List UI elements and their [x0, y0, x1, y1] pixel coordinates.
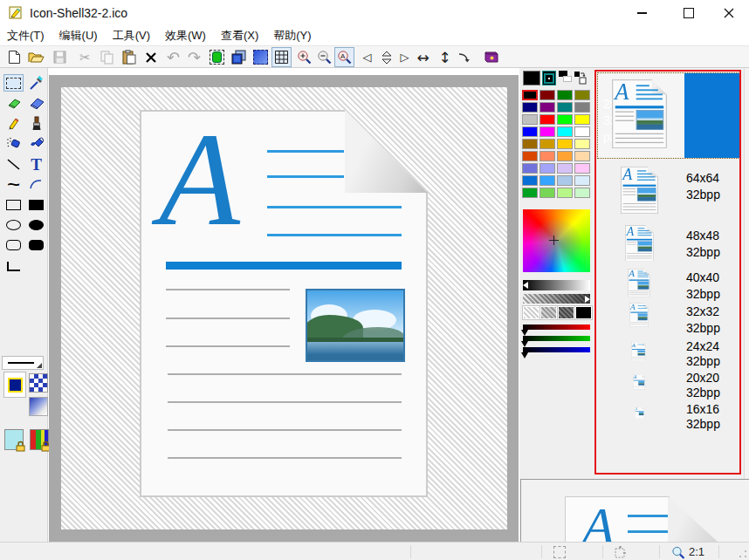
copy-button[interactable]: [97, 47, 117, 67]
select-tool[interactable]: [3, 74, 24, 92]
palette-color[interactable]: [539, 90, 555, 100]
palette-color[interactable]: [522, 151, 538, 161]
zoom-out-button[interactable]: [314, 47, 334, 67]
icon-thumbnail-64[interactable]: A: [621, 167, 658, 214]
delete-button[interactable]: [141, 47, 161, 67]
gradient-fill-button[interactable]: [29, 397, 48, 416]
icon-item-64-label[interactable]: 64x6432bpp: [686, 170, 720, 203]
help-button[interactable]: [481, 47, 501, 67]
ellipse-tool[interactable]: [3, 216, 24, 234]
menu-effects[interactable]: 效果(W): [158, 26, 214, 45]
open-file-button[interactable]: [26, 47, 46, 67]
icon-thumbnail-48[interactable]: A: [625, 225, 654, 262]
palette-color[interactable]: [539, 175, 555, 186]
icon-thumbnail-32[interactable]: A: [629, 303, 649, 327]
palette-color[interactable]: [574, 114, 590, 125]
rounded-rect-tool[interactable]: [3, 236, 24, 254]
menu-edit[interactable]: 编辑(U): [52, 26, 106, 45]
polyline-tool[interactable]: [3, 257, 24, 275]
palette-color[interactable]: [557, 90, 573, 100]
fill-tool[interactable]: [26, 134, 46, 152]
flip-horizontal-button[interactable]: ↔: [413, 47, 433, 67]
shift-left-button[interactable]: ◁: [357, 47, 377, 67]
lock-transparency-button[interactable]: [4, 429, 24, 450]
line-width-select[interactable]: [2, 356, 44, 370]
icon-item-48-label[interactable]: 48x4832bpp: [686, 228, 720, 261]
brush-tool[interactable]: [26, 114, 46, 132]
palette-color[interactable]: [522, 114, 538, 125]
flip-vertical-button[interactable]: [376, 47, 396, 67]
lock-colors-button[interactable]: [30, 429, 49, 450]
pencil-tool[interactable]: [3, 114, 24, 132]
cut-button[interactable]: ✂: [75, 47, 95, 67]
icon-item-20-label[interactable]: 20x2032bpp: [686, 371, 720, 400]
palette-color[interactable]: [557, 151, 573, 161]
stretch-vertical-button[interactable]: ↕: [435, 47, 455, 67]
alpha-preset-medium[interactable]: [540, 306, 557, 319]
menu-file[interactable]: 文件(T): [0, 26, 52, 45]
brightness-slider[interactable]: [523, 280, 590, 290]
filled-ellipse-tool[interactable]: [26, 216, 46, 234]
icon-thumbnail-40[interactable]: A: [628, 269, 650, 297]
airbrush-tool[interactable]: [3, 134, 24, 152]
alpha-preset-dark[interactable]: [558, 306, 574, 319]
palette-color[interactable]: [522, 102, 538, 113]
alpha-slider[interactable]: [523, 294, 590, 304]
select-all-button[interactable]: [251, 47, 271, 67]
new-file-button[interactable]: [4, 47, 24, 67]
icon-item-24-label[interactable]: 24x2432bpp: [686, 339, 720, 369]
text-tool[interactable]: T: [26, 155, 46, 173]
alpha-preset-light[interactable]: [523, 306, 539, 319]
color-picker-tool[interactable]: [26, 74, 46, 92]
palette-color[interactable]: [557, 114, 573, 125]
palette-color[interactable]: [539, 151, 555, 161]
resize-grip[interactable]: [739, 550, 746, 557]
current-color-swatch[interactable]: [3, 372, 26, 398]
rectangle-tool[interactable]: [3, 196, 24, 214]
maximize-button[interactable]: [669, 0, 709, 26]
icon-thumbnail-16[interactable]: A: [635, 406, 644, 419]
pattern-checker-button[interactable]: [29, 373, 48, 393]
palette-color[interactable]: [522, 188, 538, 198]
close-button[interactable]: [709, 0, 749, 26]
duplicate-image-button[interactable]: [229, 47, 249, 67]
palette-color[interactable]: [557, 139, 573, 149]
palette-color[interactable]: [574, 102, 590, 113]
palette-color[interactable]: [574, 126, 590, 137]
palette-color[interactable]: [557, 126, 573, 137]
icon-thumbnail-24[interactable]: A: [631, 342, 646, 361]
palette-color[interactable]: [557, 163, 573, 174]
menu-tools[interactable]: 工具(V): [106, 26, 158, 45]
palette-color[interactable]: [557, 175, 573, 186]
red-channel-slider[interactable]: [523, 324, 590, 330]
palette-color[interactable]: [539, 102, 555, 113]
palette-color[interactable]: [539, 114, 555, 125]
filled-rectangle-tool[interactable]: [26, 196, 46, 214]
line-tool[interactable]: [3, 155, 24, 173]
palette-color[interactable]: [574, 163, 590, 174]
palette-color[interactable]: [522, 163, 538, 174]
eraser-tool[interactable]: [3, 94, 24, 112]
menu-help[interactable]: 帮助(Y): [266, 26, 319, 45]
minimize-button[interactable]: [622, 0, 662, 26]
palette-color[interactable]: [539, 126, 555, 137]
curve-tool[interactable]: ~: [3, 175, 24, 193]
rainbow-color-field[interactable]: [523, 209, 590, 272]
palette-color[interactable]: [574, 139, 590, 149]
eraser-large-tool[interactable]: [26, 94, 46, 112]
icon-item-16-label[interactable]: 16x1632bpp: [686, 402, 720, 432]
crop-button[interactable]: [207, 47, 227, 67]
palette-color[interactable]: [539, 188, 555, 198]
grid-toggle-button[interactable]: [271, 47, 292, 67]
icon-item-256[interactable]: 256x256 32bpp packed A: [597, 72, 740, 159]
arc-tool[interactable]: [26, 175, 46, 193]
zoom-actual-button[interactable]: A: [334, 47, 354, 67]
palette-color[interactable]: [539, 139, 555, 149]
icon-item-40-label[interactable]: 40x4032bpp: [686, 270, 720, 303]
palette-color[interactable]: [574, 188, 590, 198]
shift-right-button[interactable]: ▷: [395, 47, 415, 67]
palette-color[interactable]: [574, 175, 590, 186]
palette-color[interactable]: [522, 126, 538, 137]
save-button[interactable]: [50, 47, 70, 67]
undo-button[interactable]: ↶: [163, 47, 183, 67]
